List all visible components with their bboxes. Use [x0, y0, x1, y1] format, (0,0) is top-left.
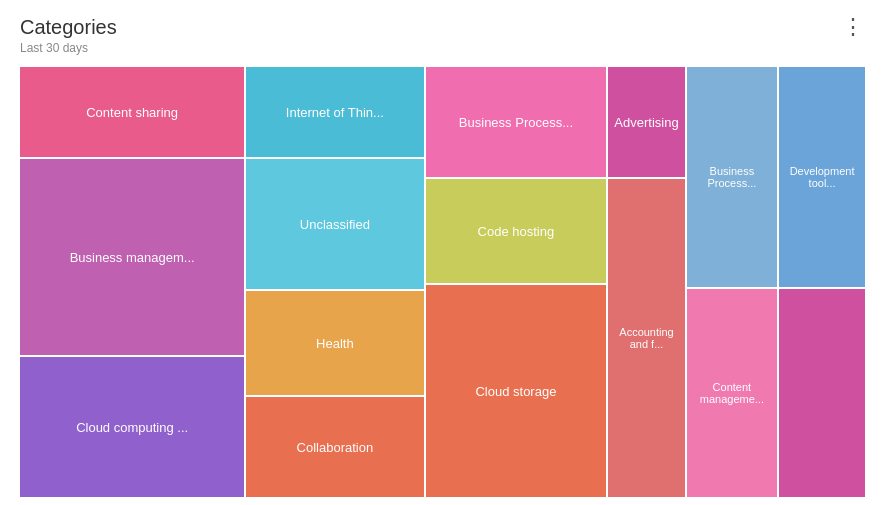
cell-accounting[interactable]: Accounting and f...	[608, 179, 684, 497]
cell-content-management[interactable]: Content manageme...	[687, 289, 777, 497]
menu-button[interactable]: ⋮	[842, 16, 865, 38]
cell-business-process-1[interactable]: Business Process...	[426, 67, 607, 177]
header: Categories Last 30 days ⋮	[20, 16, 865, 55]
treemap-col-4: Advertising Accounting and f...	[608, 67, 684, 497]
cell-content-sharing[interactable]: Content sharing	[20, 67, 244, 157]
cell-collaboration[interactable]: Collaboration	[246, 397, 423, 497]
treemap-col-2: Internet of Thin... Unclassified Health …	[246, 67, 423, 497]
treemap: Content sharing Business managem... Clou…	[20, 67, 865, 497]
cell-development-tools[interactable]: Business Process...	[687, 67, 777, 287]
treemap-col-5: Business Process... Content manageme...	[687, 67, 777, 497]
cell-health[interactable]: Health	[246, 291, 423, 395]
treemap-col-1: Content sharing Business managem... Clou…	[20, 67, 244, 497]
header-left: Categories Last 30 days	[20, 16, 117, 55]
treemap-col-3: Business Process... Code hosting Cloud s…	[426, 67, 607, 497]
cell-cloud-storage[interactable]: Cloud storage	[426, 285, 607, 497]
cell-extra[interactable]	[779, 289, 865, 497]
cell-business-process-2[interactable]: Development tool...	[779, 67, 865, 287]
page-subtitle: Last 30 days	[20, 41, 117, 55]
cell-internet-of-things[interactable]: Internet of Thin...	[246, 67, 423, 157]
cell-unclassified[interactable]: Unclassified	[246, 159, 423, 289]
cell-business-management[interactable]: Business managem...	[20, 159, 244, 355]
cell-cloud-computing[interactable]: Cloud computing ...	[20, 357, 244, 497]
treemap-col-6: Development tool...	[779, 67, 865, 497]
page-title: Categories	[20, 16, 117, 39]
main-container: Categories Last 30 days ⋮ Content sharin…	[0, 0, 885, 505]
cell-advertising[interactable]: Advertising	[608, 67, 684, 177]
cell-code-hosting[interactable]: Code hosting	[426, 179, 607, 283]
